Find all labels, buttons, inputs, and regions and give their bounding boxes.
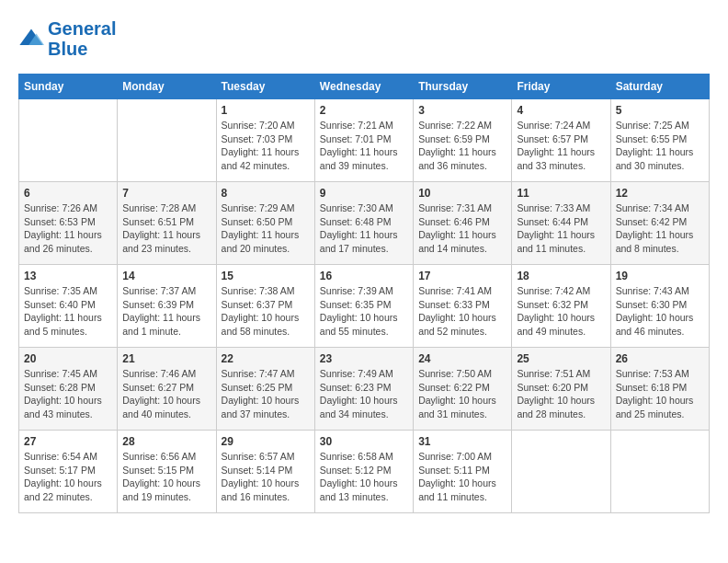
calendar-cell [610,431,709,513]
calendar-cell: 19Sunrise: 7:43 AM Sunset: 6:30 PM Dayli… [610,265,709,348]
calendar-cell: 13Sunrise: 7:35 AM Sunset: 6:40 PM Dayli… [19,265,118,348]
day-number: 24 [418,352,506,365]
day-info: Sunrise: 7:50 AM Sunset: 6:22 PM Dayligh… [418,367,506,421]
calendar-week-row: 6Sunrise: 7:26 AM Sunset: 6:53 PM Daylig… [19,182,710,265]
day-number: 2 [320,104,408,117]
calendar-week-row: 20Sunrise: 7:45 AM Sunset: 6:28 PM Dayli… [19,348,710,431]
logo-icon [18,26,44,52]
day-number: 31 [418,435,506,448]
day-number: 18 [517,270,605,282]
calendar-cell [19,99,118,182]
day-info: Sunrise: 7:25 AM Sunset: 6:55 PM Dayligh… [616,119,704,173]
day-number: 17 [418,270,506,282]
calendar-cell: 8Sunrise: 7:29 AM Sunset: 6:50 PM Daylig… [216,182,314,265]
calendar-cell: 31Sunrise: 7:00 AM Sunset: 5:11 PM Dayli… [414,431,512,513]
calendar-cell: 23Sunrise: 7:49 AM Sunset: 6:23 PM Dayli… [314,348,413,431]
page-header: General Blue [18,18,710,59]
day-info: Sunrise: 7:33 AM Sunset: 6:44 PM Dayligh… [517,201,605,256]
day-info: Sunrise: 7:34 AM Sunset: 6:42 PM Dayligh… [616,201,704,256]
logo-text: General Blue [48,18,116,59]
day-info: Sunrise: 7:22 AM Sunset: 6:59 PM Dayligh… [418,119,506,173]
day-number: 23 [320,352,408,365]
day-info: Sunrise: 7:45 AM Sunset: 6:28 PM Dayligh… [24,367,112,421]
calendar-cell [512,431,610,513]
calendar-cell: 12Sunrise: 7:34 AM Sunset: 6:42 PM Dayli… [610,182,709,265]
day-info: Sunrise: 7:41 AM Sunset: 6:33 PM Dayligh… [418,284,506,339]
weekday-header: Sunday [19,75,118,99]
day-info: Sunrise: 7:53 AM Sunset: 6:18 PM Dayligh… [616,367,704,421]
day-number: 29 [222,435,310,448]
calendar-cell: 26Sunrise: 7:53 AM Sunset: 6:18 PM Dayli… [610,348,709,431]
day-info: Sunrise: 7:49 AM Sunset: 6:23 PM Dayligh… [320,367,408,421]
day-number: 28 [122,435,210,448]
day-info: Sunrise: 7:38 AM Sunset: 6:37 PM Dayligh… [222,284,310,339]
calendar-cell: 2Sunrise: 7:21 AM Sunset: 7:01 PM Daylig… [314,99,413,182]
calendar-cell: 18Sunrise: 7:42 AM Sunset: 6:32 PM Dayli… [512,265,610,348]
day-number: 15 [222,270,310,282]
day-info: Sunrise: 7:35 AM Sunset: 6:40 PM Dayligh… [24,284,112,339]
day-number: 22 [222,352,310,365]
calendar-cell: 5Sunrise: 7:25 AM Sunset: 6:55 PM Daylig… [610,99,709,182]
calendar-cell: 20Sunrise: 7:45 AM Sunset: 6:28 PM Dayli… [19,348,118,431]
calendar-cell: 11Sunrise: 7:33 AM Sunset: 6:44 PM Dayli… [512,182,610,265]
day-info: Sunrise: 7:31 AM Sunset: 6:46 PM Dayligh… [418,201,506,256]
day-number: 14 [122,270,210,282]
calendar-week-row: 13Sunrise: 7:35 AM Sunset: 6:40 PM Dayli… [19,265,710,348]
day-number: 3 [418,104,506,117]
day-number: 7 [122,187,210,200]
day-info: Sunrise: 6:56 AM Sunset: 5:15 PM Dayligh… [122,450,210,504]
calendar-cell [118,99,216,182]
day-info: Sunrise: 7:20 AM Sunset: 7:03 PM Dayligh… [222,119,310,173]
calendar-cell: 6Sunrise: 7:26 AM Sunset: 6:53 PM Daylig… [19,182,118,265]
weekday-header: Friday [512,75,610,99]
weekday-header: Thursday [414,75,512,99]
calendar-cell: 17Sunrise: 7:41 AM Sunset: 6:33 PM Dayli… [414,265,512,348]
calendar-cell: 30Sunrise: 6:58 AM Sunset: 5:12 PM Dayli… [314,431,413,513]
day-info: Sunrise: 6:58 AM Sunset: 5:12 PM Dayligh… [320,450,408,504]
day-number: 13 [24,270,112,282]
day-number: 12 [616,187,704,200]
weekday-header: Wednesday [314,75,413,99]
day-info: Sunrise: 6:57 AM Sunset: 5:14 PM Dayligh… [222,450,310,504]
header-row: SundayMondayTuesdayWednesdayThursdayFrid… [19,75,710,99]
weekday-header: Tuesday [216,75,314,99]
calendar-cell: 25Sunrise: 7:51 AM Sunset: 6:20 PM Dayli… [512,348,610,431]
day-info: Sunrise: 7:43 AM Sunset: 6:30 PM Dayligh… [616,284,704,339]
day-number: 16 [320,270,408,282]
calendar-cell: 24Sunrise: 7:50 AM Sunset: 6:22 PM Dayli… [414,348,512,431]
calendar-cell: 28Sunrise: 6:56 AM Sunset: 5:15 PM Dayli… [118,431,216,513]
calendar-cell: 9Sunrise: 7:30 AM Sunset: 6:48 PM Daylig… [314,182,413,265]
day-number: 30 [320,435,408,448]
day-info: Sunrise: 7:00 AM Sunset: 5:11 PM Dayligh… [418,450,506,504]
day-info: Sunrise: 7:47 AM Sunset: 6:25 PM Dayligh… [222,367,310,421]
day-info: Sunrise: 7:28 AM Sunset: 6:51 PM Dayligh… [122,201,210,256]
logo: General Blue [18,18,116,59]
day-info: Sunrise: 7:21 AM Sunset: 7:01 PM Dayligh… [320,119,408,173]
day-number: 11 [517,187,605,200]
day-info: Sunrise: 7:46 AM Sunset: 6:27 PM Dayligh… [122,367,210,421]
day-info: Sunrise: 7:51 AM Sunset: 6:20 PM Dayligh… [517,367,605,421]
calendar-table: SundayMondayTuesdayWednesdayThursdayFrid… [18,74,710,513]
day-number: 4 [517,104,605,117]
calendar-cell: 10Sunrise: 7:31 AM Sunset: 6:46 PM Dayli… [414,182,512,265]
weekday-header: Monday [118,75,216,99]
day-info: Sunrise: 7:29 AM Sunset: 6:50 PM Dayligh… [222,201,310,256]
day-info: Sunrise: 6:54 AM Sunset: 5:17 PM Dayligh… [24,450,112,504]
day-info: Sunrise: 7:30 AM Sunset: 6:48 PM Dayligh… [320,201,408,256]
day-number: 20 [24,352,112,365]
weekday-header: Saturday [610,75,709,99]
day-number: 19 [616,270,704,282]
day-info: Sunrise: 7:42 AM Sunset: 6:32 PM Dayligh… [517,284,605,339]
day-number: 9 [320,187,408,200]
calendar-cell: 29Sunrise: 6:57 AM Sunset: 5:14 PM Dayli… [216,431,314,513]
day-number: 26 [616,352,704,365]
day-number: 6 [24,187,112,200]
calendar-cell: 21Sunrise: 7:46 AM Sunset: 6:27 PM Dayli… [118,348,216,431]
day-number: 21 [122,352,210,365]
calendar-cell: 22Sunrise: 7:47 AM Sunset: 6:25 PM Dayli… [216,348,314,431]
calendar-cell: 15Sunrise: 7:38 AM Sunset: 6:37 PM Dayli… [216,265,314,348]
day-number: 25 [517,352,605,365]
calendar-week-row: 1Sunrise: 7:20 AM Sunset: 7:03 PM Daylig… [19,99,710,182]
calendar-cell: 7Sunrise: 7:28 AM Sunset: 6:51 PM Daylig… [118,182,216,265]
calendar-cell: 1Sunrise: 7:20 AM Sunset: 7:03 PM Daylig… [216,99,314,182]
